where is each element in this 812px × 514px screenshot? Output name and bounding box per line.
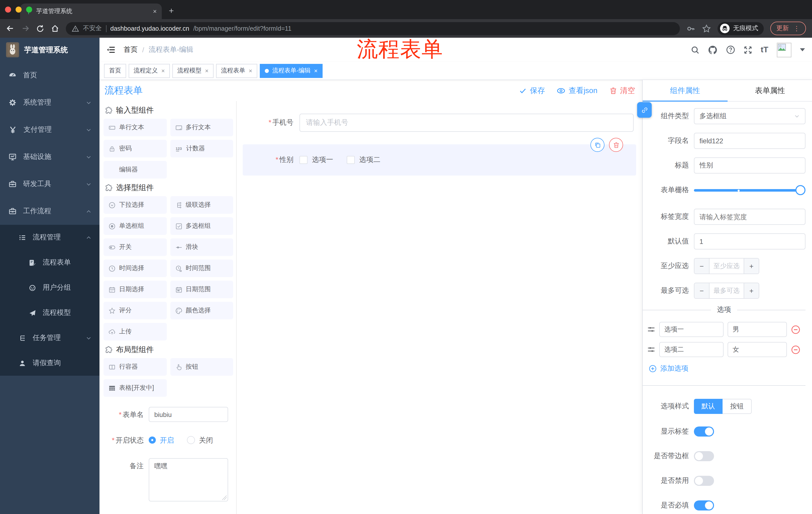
component-time-picker[interactable]: 时间选择 xyxy=(104,260,167,277)
default-value-input[interactable] xyxy=(694,233,806,249)
browser-update-button[interactable]: 更新 ⋮ xyxy=(770,22,806,35)
component-color-picker[interactable]: 颜色选择 xyxy=(170,302,233,319)
component-date-range[interactable]: 日期范围 xyxy=(170,281,233,298)
form-remark-textarea[interactable]: 嘿嘿 xyxy=(149,458,228,502)
component-counter[interactable]: 123 计数器 xyxy=(170,140,233,157)
slider-handle[interactable] xyxy=(795,185,806,195)
sidebar-item-devtools[interactable]: 研发工具 xyxy=(0,170,99,198)
grid-slider[interactable] xyxy=(694,182,806,198)
sidebar-item-process-management[interactable]: 流程管理 xyxy=(0,225,99,250)
gender-checkbox-option1[interactable]: 选项一 xyxy=(299,155,333,164)
tag-process-definition[interactable]: 流程定义 × xyxy=(128,64,170,78)
option2-label-input[interactable] xyxy=(659,342,724,357)
tab-close-icon[interactable]: × xyxy=(153,7,157,15)
remove-option-icon[interactable] xyxy=(791,345,801,354)
component-table-dev[interactable]: 表格[开发中] xyxy=(104,379,167,397)
component-single-line-text[interactable]: 单行文本 xyxy=(104,119,167,136)
status-radio-off[interactable]: 关闭 xyxy=(187,433,213,448)
breadcrumb-home[interactable]: 首页 xyxy=(124,45,138,54)
sidebar-item-process-form[interactable]: 流程表单 xyxy=(0,250,99,275)
increase-button[interactable]: + xyxy=(744,283,759,298)
component-button[interactable]: 按钮 xyxy=(170,358,233,376)
component-time-range[interactable]: 时间范围 xyxy=(170,260,233,277)
tag-close-icon[interactable]: × xyxy=(314,67,318,74)
label-width-input[interactable] xyxy=(694,209,806,225)
sidebar-item-payment[interactable]: 支付管理 xyxy=(0,116,99,143)
drag-handle-icon[interactable] xyxy=(647,346,655,354)
component-cascader[interactable]: 级联选择 xyxy=(170,196,233,214)
form-canvas[interactable]: *手机号 请输入手机号 xyxy=(237,101,642,514)
new-tab-button[interactable]: + xyxy=(169,6,174,16)
component-row-container[interactable]: 行容器 xyxy=(104,358,167,376)
tag-close-icon[interactable]: × xyxy=(249,67,252,74)
save-button[interactable]: 保存 xyxy=(519,86,545,95)
tag-home[interactable]: 首页 xyxy=(104,64,126,78)
min-select-value[interactable]: 至少应选 xyxy=(709,259,744,274)
show-label-toggle[interactable] xyxy=(694,427,714,437)
option2-value-input[interactable] xyxy=(728,342,787,357)
component-rate[interactable]: 评分 xyxy=(104,302,167,319)
avatar-caret-icon[interactable] xyxy=(800,48,805,51)
bookmark-star-icon[interactable] xyxy=(702,24,711,33)
close-window-button[interactable] xyxy=(5,6,11,12)
disabled-toggle[interactable] xyxy=(694,476,714,486)
tag-process-model[interactable]: 流程模型 × xyxy=(172,64,213,78)
browser-tab[interactable]: 芋道管理系统 × xyxy=(20,3,162,19)
component-switch[interactable]: 开关 xyxy=(104,238,167,256)
avatar[interactable] xyxy=(777,43,791,57)
component-slider[interactable]: 滑块 xyxy=(170,238,233,256)
sidebar-item-home[interactable]: 首页 xyxy=(0,62,99,89)
link-tag[interactable] xyxy=(637,102,652,118)
add-option-button[interactable]: 添加选项 xyxy=(649,364,806,373)
border-toggle[interactable] xyxy=(694,451,714,461)
sidebar-item-task-management[interactable]: 任务管理 xyxy=(0,325,99,351)
tab-component-props[interactable]: 组件属性 xyxy=(643,80,728,101)
browser-menu-icon[interactable]: ⋮ xyxy=(793,25,800,32)
tag-close-icon[interactable]: × xyxy=(205,67,208,74)
sidebar-item-leave-query[interactable]: 请假查询 xyxy=(0,351,99,376)
component-select[interactable]: 下拉选择 xyxy=(104,196,167,214)
zoom-window-button[interactable] xyxy=(26,6,32,12)
search-icon[interactable] xyxy=(691,46,699,54)
increase-button[interactable]: + xyxy=(744,259,759,274)
required-toggle[interactable] xyxy=(694,501,714,511)
font-size-icon[interactable]: tT xyxy=(761,45,768,54)
option1-label-input[interactable] xyxy=(659,322,724,337)
component-type-select[interactable]: 多选框组 xyxy=(694,108,806,124)
clear-button[interactable]: 清空 xyxy=(609,86,635,95)
canvas-field-gender-selected[interactable]: *性别 选项一 选项二 xyxy=(243,144,636,175)
github-icon[interactable] xyxy=(708,45,718,55)
component-date-picker[interactable]: 日期选择 xyxy=(104,281,167,298)
form-name-input[interactable] xyxy=(149,407,228,422)
option1-value-input[interactable] xyxy=(728,322,787,337)
title-input[interactable] xyxy=(694,157,806,173)
decrease-button[interactable]: − xyxy=(694,259,709,274)
component-password[interactable]: 密码 xyxy=(104,140,167,157)
forward-icon[interactable] xyxy=(21,24,30,33)
minimize-window-button[interactable] xyxy=(16,6,22,12)
component-multi-line-text[interactable]: 多行文本 xyxy=(170,119,233,136)
field-name-input[interactable] xyxy=(694,133,806,149)
tag-process-form-edit[interactable]: 流程表单-编辑 × xyxy=(260,64,323,78)
component-editor[interactable]: 编辑器 xyxy=(104,161,167,179)
sidebar-item-infrastructure[interactable]: 基础设施 xyxy=(0,143,99,170)
style-default-button[interactable]: 默认 xyxy=(694,399,723,414)
status-radio-on[interactable]: 开启 xyxy=(149,433,174,448)
sidebar-item-system[interactable]: 系统管理 xyxy=(0,89,99,116)
drag-handle-icon[interactable] xyxy=(647,325,655,333)
remove-option-icon[interactable] xyxy=(791,325,801,334)
sidebar-item-user-group[interactable]: 用户分组 xyxy=(0,275,99,300)
gender-checkbox-option2[interactable]: 选项二 xyxy=(347,155,380,164)
max-select-value[interactable]: 最多可选 xyxy=(709,283,744,298)
style-button-button[interactable]: 按钮 xyxy=(723,399,752,414)
duplicate-component-button[interactable] xyxy=(590,138,605,152)
component-upload[interactable]: 上传 xyxy=(104,323,167,341)
reload-icon[interactable] xyxy=(36,24,44,32)
component-checkbox-group[interactable]: 多选框组 xyxy=(170,217,233,235)
back-icon[interactable] xyxy=(6,24,14,33)
fullscreen-icon[interactable] xyxy=(744,46,752,54)
decrease-button[interactable]: − xyxy=(694,283,709,298)
tag-close-icon[interactable]: × xyxy=(161,67,165,74)
component-radio-group[interactable]: 单选框组 xyxy=(104,217,167,235)
sidebar-item-process-model[interactable]: 流程模型 xyxy=(0,300,99,325)
